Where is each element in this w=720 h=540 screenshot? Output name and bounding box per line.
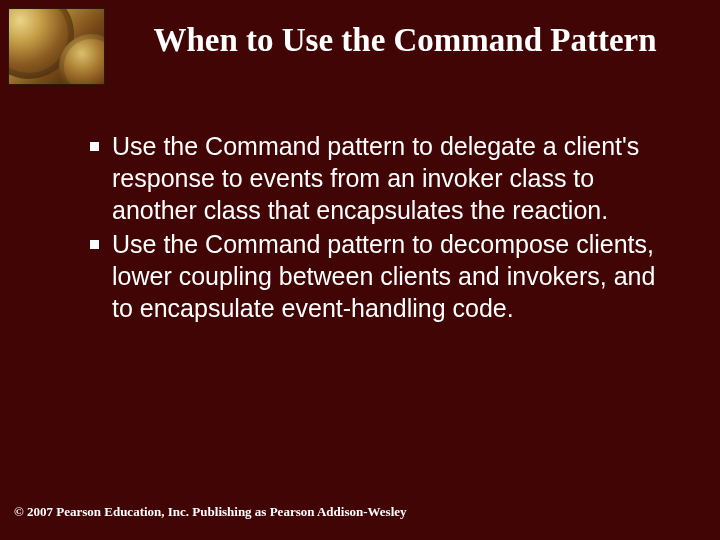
bullet-item: Use the Command pattern to decompose cli…: [90, 228, 660, 324]
bullet-item: Use the Command pattern to delegate a cl…: [90, 130, 660, 226]
slide-logo: [8, 8, 105, 85]
slide-body: Use the Command pattern to delegate a cl…: [90, 130, 660, 326]
slide-footer: © 2007 Pearson Education, Inc. Publishin…: [14, 504, 407, 520]
slide-title: When to Use the Command Pattern: [110, 22, 700, 59]
